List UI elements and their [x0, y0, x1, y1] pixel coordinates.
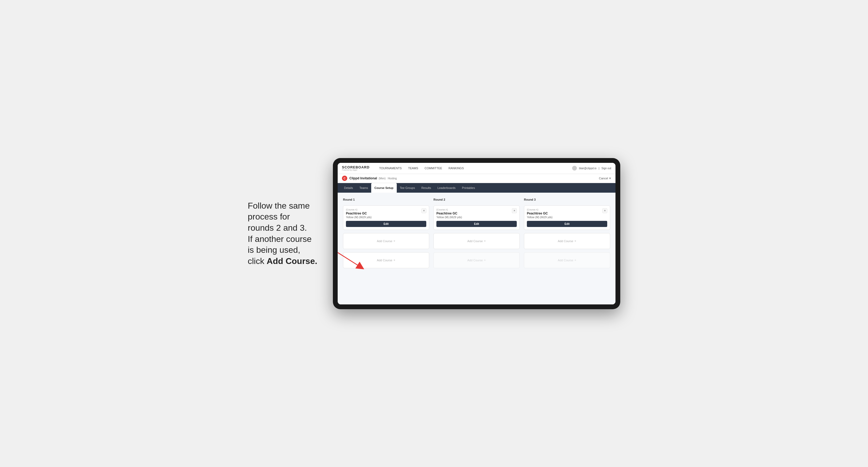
edit-course-button-r2[interactable]: Edit	[436, 221, 517, 227]
tab-details[interactable]: Details	[341, 183, 356, 193]
tab-results[interactable]: Results	[418, 183, 434, 193]
add-course-plus-r3: +	[574, 239, 576, 243]
cancel-button[interactable]: Cancel ✕	[599, 177, 611, 180]
tab-teams[interactable]: Teams	[356, 183, 371, 193]
course-info-r2: (Course A) Peachtree GC Yellow (M) (6629…	[436, 208, 462, 219]
add-course-plus-r3-2: +	[574, 258, 576, 262]
tournament-status: Hosting	[388, 177, 397, 180]
round-1-add-course-1[interactable]: Add Course +	[343, 233, 429, 249]
nav-rankings[interactable]: RANKINGS	[445, 163, 467, 174]
add-course-text: Add Course +	[377, 239, 395, 243]
tab-printables[interactable]: Printables	[459, 183, 478, 193]
course-card-header-r2: (Course A) Peachtree GC Yellow (M) (6629…	[436, 208, 517, 219]
sign-out-link[interactable]: Sign out	[601, 167, 611, 170]
add-course-label-r2: Add Course	[467, 240, 483, 243]
tournament-name: Clippd Invitational	[349, 177, 377, 180]
course-a-label: (Course A)	[346, 208, 371, 211]
tab-leaderboards[interactable]: Leaderboards	[434, 183, 459, 193]
round-2-label: Round 2	[433, 198, 520, 201]
course-card-header: (Course A) Peachtree GC Yellow (M) (6629…	[346, 208, 426, 219]
course-detail: Yellow (M) (6629 yds)	[346, 216, 371, 219]
add-course-text-r3-2: Add Course +	[558, 258, 576, 262]
nav-teams[interactable]: TEAMS	[405, 163, 422, 174]
add-course-label-2: Add Course	[377, 259, 392, 262]
round-2-add-course-2: Add Course +	[433, 252, 520, 268]
add-course-text-r2-2: Add Course +	[467, 258, 486, 262]
add-course-label-r3: Add Course	[558, 240, 573, 243]
add-course-label: Add Course	[377, 240, 392, 243]
round-1-column: Round 1 (Course A) Peachtree GC Yellow (…	[343, 198, 429, 268]
page-wrapper: Follow the sameprocess forrounds 2 and 3…	[248, 158, 620, 309]
course-detail-r3: Yellow (M) (6629 yds)	[527, 216, 552, 219]
round-3-label: Round 3	[524, 198, 610, 201]
round-2-course-card: (Course A) Peachtree GC Yellow (M) (6629…	[433, 206, 520, 230]
course-delete-icon[interactable]: ✕	[422, 208, 426, 213]
add-course-text-r3: Add Course +	[558, 239, 576, 243]
round-1-add-course-2[interactable]: Add Course +	[343, 252, 429, 268]
add-course-plus-r2: +	[484, 239, 486, 243]
round-1-course-card: (Course A) Peachtree GC Yellow (M) (6629…	[343, 206, 429, 230]
add-course-text-r2: Add Course +	[467, 239, 486, 243]
logo-main-text: SCOREBOARD	[342, 165, 370, 169]
course-a-label-r2: (Course A)	[436, 208, 462, 211]
round-3-course-card: (Course A) Peachtree GC Yellow (M) (6629…	[524, 206, 610, 230]
tablet-screen: SCOREBOARD Powered by clippd TOURNAMENTS…	[338, 163, 616, 304]
round-1-label: Round 1	[343, 198, 429, 201]
add-course-label-r2-2: Add Course	[467, 259, 483, 262]
course-info-r3: (Course A) Peachtree GC Yellow (M) (6629…	[527, 208, 552, 219]
course-name: Peachtree GC	[346, 212, 371, 215]
round-2-add-course-1[interactable]: Add Course +	[433, 233, 520, 249]
course-card-header-r3: (Course A) Peachtree GC Yellow (M) (6629…	[527, 208, 607, 219]
rounds-grid: Round 1 (Course A) Peachtree GC Yellow (…	[343, 198, 610, 268]
course-name-r3: Peachtree GC	[527, 212, 552, 215]
tab-course-setup[interactable]: Course Setup	[371, 183, 397, 193]
tab-tee-groups[interactable]: Tee Groups	[397, 183, 418, 193]
course-info: (Course A) Peachtree GC Yellow (M) (6629…	[346, 208, 371, 219]
main-content: Round 1 (Course A) Peachtree GC Yellow (…	[338, 193, 616, 304]
add-course-text-2: Add Course +	[377, 258, 395, 262]
logo-sub-text: Powered by clippd	[342, 169, 370, 171]
course-delete-icon-r2[interactable]: ✕	[512, 208, 517, 213]
nav-tournaments[interactable]: TOURNAMENTS	[376, 163, 405, 174]
course-delete-icon-r3[interactable]: ✕	[602, 208, 607, 213]
user-avatar	[572, 166, 577, 170]
top-nav: SCOREBOARD Powered by clippd TOURNAMENTS…	[338, 163, 616, 174]
round-2-column: Round 2 (Course A) Peachtree GC Yellow (…	[433, 198, 520, 268]
add-course-label-r3-2: Add Course	[558, 259, 573, 262]
instruction-bold: Add Course.	[267, 256, 317, 266]
round-3-add-course-1[interactable]: Add Course +	[524, 233, 610, 249]
nav-separator: |	[599, 167, 599, 170]
add-course-plus-icon: +	[393, 239, 395, 243]
tournament-gender: (Men)	[379, 177, 385, 180]
course-name-r2: Peachtree GC	[436, 212, 462, 215]
round-3-column: Round 3 (Course A) Peachtree GC Yellow (…	[524, 198, 610, 268]
add-course-plus-r2-2: +	[484, 258, 486, 262]
tournament-logo-icon: C	[342, 176, 347, 181]
edit-course-button-r3[interactable]: Edit	[527, 221, 607, 227]
sub-header: C Clippd Invitational (Men) Hosting Canc…	[338, 174, 616, 183]
tablet-frame: SCOREBOARD Powered by clippd TOURNAMENTS…	[333, 158, 620, 309]
nav-links: TOURNAMENTS TEAMS COMMITTEE RANKINGS	[376, 163, 572, 174]
edit-course-button[interactable]: Edit	[346, 221, 426, 227]
user-email: blair@clippd.io	[579, 167, 597, 170]
instruction-line1: Follow the sameprocess forrounds 2 and 3…	[248, 201, 317, 266]
instruction-text: Follow the sameprocess forrounds 2 and 3…	[248, 200, 322, 267]
nav-right: blair@clippd.io | Sign out	[572, 166, 611, 170]
round-3-add-course-2: Add Course +	[524, 252, 610, 268]
add-course-plus-icon-2: +	[393, 258, 395, 262]
scoreboard-logo: SCOREBOARD Powered by clippd	[342, 165, 370, 171]
course-a-label-r3: (Course A)	[527, 208, 552, 211]
nav-committee[interactable]: COMMITTEE	[422, 163, 445, 174]
tab-bar: Details Teams Course Setup Tee Groups Re…	[338, 183, 616, 193]
course-detail-r2: Yellow (M) (6629 yds)	[436, 216, 462, 219]
